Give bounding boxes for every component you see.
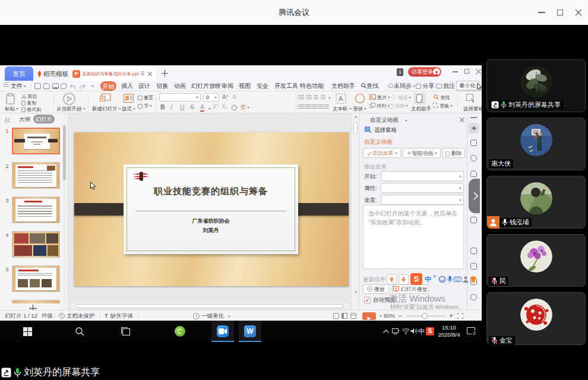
notification-icon[interactable]: 2 [467, 327, 475, 334]
ime-punct-icon[interactable]: ” [433, 275, 436, 281]
grow-font-button[interactable]: A+ [222, 94, 229, 100]
clear-format-icon[interactable] [231, 104, 238, 111]
font-family-combo[interactable] [159, 93, 201, 102]
taskbar-search-icon[interactable] [75, 327, 84, 336]
ribbon-find-button[interactable]: 查找 [434, 94, 450, 101]
menu-start[interactable]: 开始 [100, 81, 116, 91]
strip-collapse-icon[interactable] [470, 117, 477, 118]
property-combo[interactable] [381, 183, 464, 193]
bold-button[interactable]: B [160, 103, 165, 110]
menu-view[interactable]: 视图 [239, 81, 251, 91]
delete-effect-button[interactable]: 删除 [442, 148, 465, 158]
strike-button[interactable]: S [190, 103, 194, 110]
tray-device-icon[interactable] [392, 328, 400, 334]
font-color-button[interactable]: A [200, 103, 204, 112]
tray-chevron-icon[interactable] [383, 321, 389, 342]
textbox-icon[interactable]: A [336, 93, 346, 104]
menu-doc-assistant[interactable]: 文档助手 [331, 81, 355, 91]
view-notes-icon[interactable] [350, 313, 356, 319]
print-icon[interactable] [52, 83, 59, 89]
underline-button[interactable]: U [180, 103, 185, 110]
pin-icon[interactable] [140, 71, 145, 76]
paste-icon[interactable] [6, 93, 16, 104]
doc-assistant-label[interactable]: 文档助手 [411, 106, 431, 113]
start-combo[interactable] [381, 171, 464, 181]
outline-tab[interactable]: 大纲 [19, 116, 30, 124]
redo-icon[interactable] [79, 84, 86, 89]
start-button[interactable] [23, 327, 32, 336]
tray-ime-indicator[interactable]: 中 [418, 321, 425, 342]
minimize-button[interactable] [533, 0, 550, 25]
update-badge[interactable]: 1 [397, 68, 403, 76]
slide-content-card[interactable]: 职业技能竞赛的组织与筹备 广东省纺织协会 刘英丹 [124, 164, 298, 254]
strip-icon-2[interactable] [470, 155, 477, 162]
slide-thumbnail-3[interactable] [12, 197, 60, 223]
select-pane-button[interactable]: 选择窗格 [374, 126, 397, 134]
tray-wifi-icon[interactable] [402, 328, 410, 334]
panel-close-icon[interactable] [460, 118, 464, 122]
picture-button[interactable]: 图片 [369, 94, 390, 101]
undo-icon[interactable] [69, 84, 76, 89]
play-button[interactable]: 播放 [363, 284, 389, 294]
slideshow-button[interactable] [362, 312, 376, 320]
new-slide-icon[interactable] [100, 93, 111, 103]
meeting-app-cell[interactable] [211, 321, 234, 342]
italic-button[interactable]: I [170, 103, 172, 110]
tab-home[interactable]: 首页 [5, 66, 33, 81]
menu-design[interactable]: 设计 [138, 81, 150, 91]
participant-tile-5[interactable]: 金宝 [486, 292, 586, 345]
menu-comment[interactable]: 批注 [436, 81, 455, 91]
tray-clock[interactable]: 15:10 2020/8/4 [437, 324, 461, 338]
slide-thumbnail-5[interactable] [12, 265, 60, 292]
layout-icon[interactable] [124, 94, 134, 103]
zoom-in-button[interactable]: + [449, 311, 453, 321]
menu-share[interactable]: 分享 [416, 81, 434, 91]
menu-sync[interactable]: 未同步 [387, 81, 415, 91]
status-eco[interactable]: 环保 [42, 311, 53, 321]
smart-anim-button[interactable]: 智能动画 [403, 148, 441, 158]
tray-volume-icon[interactable] [410, 328, 418, 334]
reorder-down-button[interactable] [399, 274, 409, 284]
view-normal-icon[interactable] [333, 313, 339, 319]
slide-author[interactable]: 刘英丹 [124, 227, 298, 235]
paste-label[interactable]: 粘贴 [5, 106, 18, 113]
menu-dev-tools[interactable]: 开发工具 [274, 81, 298, 91]
superscript-button[interactable]: X2 [213, 103, 219, 110]
zoom-level[interactable]: 60% [384, 311, 395, 321]
status-unprotected[interactable]: 文档未保护 [67, 311, 95, 321]
slide-org[interactable]: 广东省纺织协会 [124, 217, 298, 225]
ime-mic-icon[interactable] [447, 276, 453, 283]
cut-button[interactable]: 剪切 [21, 93, 37, 100]
add-effect-button[interactable]: 添加效果 [363, 148, 401, 158]
select-pane-small-icon[interactable] [365, 126, 372, 133]
menu-special[interactable]: 特色功能 [300, 81, 324, 91]
file-menu[interactable]: 文件 [4, 81, 26, 91]
zoom-slider[interactable] [406, 316, 445, 317]
copy-button[interactable]: 复制 [21, 100, 36, 106]
strip-icon-7[interactable] [470, 248, 477, 254]
outline-button[interactable]: 轮廓 [389, 103, 408, 109]
layout-label[interactable]: 版式 [122, 106, 135, 113]
participant-tile-3[interactable]: 钱泓埔 [486, 176, 586, 229]
menu-review[interactable]: 审阅 [222, 81, 233, 91]
menu-security[interactable]: 安全 [257, 81, 268, 91]
strip-icon-3[interactable] [470, 170, 477, 177]
strip-active-tool[interactable] [469, 123, 479, 134]
slide-panel-scrollbar[interactable] [62, 113, 67, 310]
reorder-up-button[interactable] [387, 274, 397, 284]
strip-icon-1[interactable] [470, 140, 477, 146]
status-missing-font[interactable]: 缺失字体 [110, 311, 133, 321]
textbox-label[interactable]: 文本框 [333, 106, 352, 113]
participant-tile-4[interactable]: 民 [486, 234, 586, 287]
font-size-combo[interactable]: 0 [203, 93, 219, 102]
save-icon[interactable] [43, 83, 50, 89]
auto-preview-checkbox[interactable]: ✓ [364, 297, 371, 303]
tab-docer[interactable]: 稻壳模板 [34, 66, 69, 81]
fill-button[interactable]: 填充 [391, 94, 411, 101]
ime-skin-icon[interactable] [470, 276, 477, 283]
shape-icon[interactable] [355, 93, 365, 104]
ime-keyboard-icon[interactable] [454, 277, 461, 282]
tray-sogou-icon[interactable]: S [426, 327, 434, 335]
fit-window-icon[interactable] [457, 313, 463, 319]
section-button[interactable]: 节 [138, 103, 152, 109]
